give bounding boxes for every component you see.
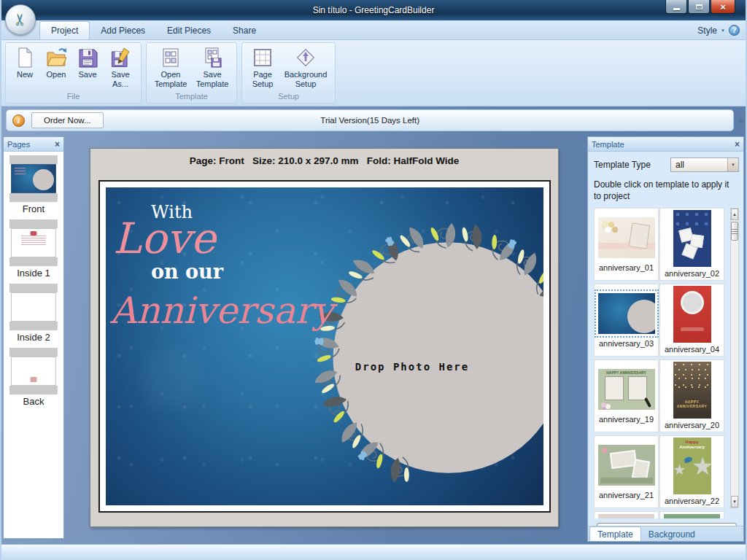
save-button[interactable]: Save (74, 45, 101, 81)
page-label: Front (23, 202, 44, 215)
ribbon: New Open Save Save As... File (1, 40, 746, 106)
page-info-header: Page: Front Size: 210.0 x 297.0 mm Fold:… (90, 149, 558, 166)
template-thumbnail (598, 445, 655, 486)
card-text-anniversary[interactable]: Anniversary (110, 289, 333, 332)
page-setup-button[interactable]: Page Setup (247, 45, 278, 90)
template-thumbnail: HAPPY ANNIVERSARY (673, 362, 711, 419)
maximize-button[interactable] (688, 0, 710, 14)
pages-panel-close-icon[interactable]: × (55, 139, 60, 149)
background-setup-icon (295, 47, 317, 69)
photo-placeholder-circle[interactable] (333, 242, 543, 473)
trial-bar-close-icon[interactable]: × (738, 115, 744, 126)
decoration (643, 397, 651, 408)
template-thumbnail[interactable] (659, 511, 724, 518)
help-icon[interactable]: ? (729, 25, 740, 36)
decoration (609, 450, 636, 469)
page-item-back[interactable]: Back (4, 348, 63, 408)
template-item-anniversary-03[interactable]: anniversary_03 (594, 284, 659, 357)
template-caption: HAPPY ANNIVERSARY (598, 370, 655, 375)
page-item-front[interactable]: Front (4, 155, 63, 215)
template-type-select[interactable]: all ▼ (670, 158, 739, 172)
open-template-icon (160, 47, 182, 69)
order-now-button[interactable]: Order Now... (31, 112, 104, 128)
page-thumbnail-inside-1[interactable] (11, 228, 56, 257)
background-setup-button[interactable]: Background Setup (282, 45, 330, 90)
template-caption: HAPPY ANNIVERSARY (673, 400, 711, 408)
template-item-anniversary-04[interactable]: anniversary_04 (659, 284, 724, 357)
tab-share[interactable]: Share (222, 22, 267, 39)
scissors-icon: ✂ (11, 13, 30, 26)
window-title: Sin título - GreetingCardBuilder (313, 5, 435, 15)
card-sheet[interactable]: With Love on our Anniversary Drop Photo … (98, 180, 551, 513)
page-thumbnail-front[interactable] (11, 164, 56, 193)
scrollbar-track[interactable] (731, 241, 738, 496)
save-template-label: Save Template (194, 70, 231, 88)
chevron-down-icon[interactable]: ▼ (727, 158, 738, 171)
template-grid-wrap: anniversary_01 anniversary_02 (594, 208, 739, 518)
title-bar[interactable]: Sin título - GreetingCardBuilder × (1, 0, 746, 20)
template-thumbnail (673, 286, 711, 343)
template-item-anniversary-02[interactable]: anniversary_02 (659, 208, 724, 281)
pages-panel-header: Pages × (4, 137, 63, 152)
card-text-love[interactable]: Love (113, 214, 216, 263)
template-panel-title: Template (592, 140, 624, 149)
close-button[interactable]: × (711, 0, 735, 14)
minimize-icon (673, 8, 680, 10)
decoration (681, 327, 704, 331)
template-name: anniversary_03 (595, 338, 658, 349)
template-thumbnail (598, 217, 655, 258)
page-thumbnail-inside-2[interactable] (11, 292, 56, 322)
tab-background[interactable]: Background (641, 527, 703, 541)
workspace: Pages × Front Inside 1 (1, 133, 746, 544)
page-item-inside-1[interactable]: Inside 1 (4, 219, 63, 279)
tab-add-pieces[interactable]: Add Pieces (90, 22, 156, 39)
tab-edit-pieces[interactable]: Edit Pieces (156, 22, 222, 39)
save-template-button[interactable]: Save Template (193, 45, 231, 90)
save-label: Save (78, 70, 96, 79)
save-as-icon (109, 47, 131, 69)
template-name: anniversary_22 (660, 496, 724, 507)
info-icon: i (12, 114, 25, 127)
save-as-button[interactable]: Save As... (105, 45, 136, 90)
template-panel-close-icon[interactable]: × (735, 139, 740, 149)
card-front-design[interactable]: With Love on our Anniversary Drop Photo … (106, 187, 543, 505)
open-label: Open (47, 70, 66, 79)
drop-photo-placeholder[interactable]: Drop Photo Here (347, 361, 478, 373)
minimize-button[interactable] (665, 0, 687, 14)
page-thumbnail-back[interactable] (11, 357, 56, 386)
open-button[interactable]: Open (42, 45, 70, 81)
tab-project[interactable]: Project (39, 21, 90, 39)
ribbon-tab-row: ✂ Project Add Pieces Edit Pieces Share S… (1, 20, 746, 40)
save-as-label: Save As... (106, 70, 135, 88)
style-dropdown-arrow[interactable]: ▼ (721, 28, 725, 33)
trial-message: Trial Version(15 Days Left) (7, 116, 733, 125)
template-thumbnail: Happy Anniversary ★ ★ (673, 438, 711, 494)
tab-template[interactable]: Template (589, 526, 641, 541)
template-scrollbar[interactable]: ▲ ▼ (730, 208, 739, 508)
template-item-anniversary-21[interactable]: anniversary_21 (594, 435, 659, 508)
open-template-button[interactable]: Open Template (152, 45, 190, 90)
scroll-down-button[interactable]: ▼ (731, 496, 738, 508)
decoration (673, 210, 711, 232)
card-text-on-our[interactable]: on our (151, 260, 223, 283)
page-item-inside-2[interactable]: Inside 2 (4, 284, 63, 343)
template-caption: Happy (673, 440, 711, 444)
new-button[interactable]: New (11, 45, 39, 81)
canvas-panel: Page: Front Size: 210.0 x 297.0 mm Fold:… (90, 148, 559, 527)
style-menu[interactable]: Style (697, 26, 717, 36)
template-item-anniversary-01[interactable]: anniversary_01 (594, 208, 659, 281)
scrollbar-thumb[interactable] (731, 222, 738, 241)
window-controls: × (665, 0, 735, 14)
decoration (628, 223, 649, 249)
template-type-value: all (671, 158, 727, 171)
scroll-up-button[interactable]: ▲ (731, 209, 738, 220)
app-menu-button[interactable]: ✂ (5, 4, 36, 35)
template-item-anniversary-19[interactable]: HAPPY ANNIVERSARY anniversary_19 (594, 359, 659, 432)
template-item-anniversary-20[interactable]: HAPPY ANNIVERSARY anniversary_20 (659, 359, 724, 432)
decoration (9, 193, 58, 202)
template-item-anniversary-22[interactable]: Happy Anniversary ★ ★ anniversary_22 (659, 435, 724, 508)
save-template-icon (201, 47, 223, 69)
template-thumbnail[interactable] (594, 511, 659, 518)
ribbon-group-template: Open Template Save Template Template (146, 42, 237, 104)
decoration (605, 376, 624, 400)
